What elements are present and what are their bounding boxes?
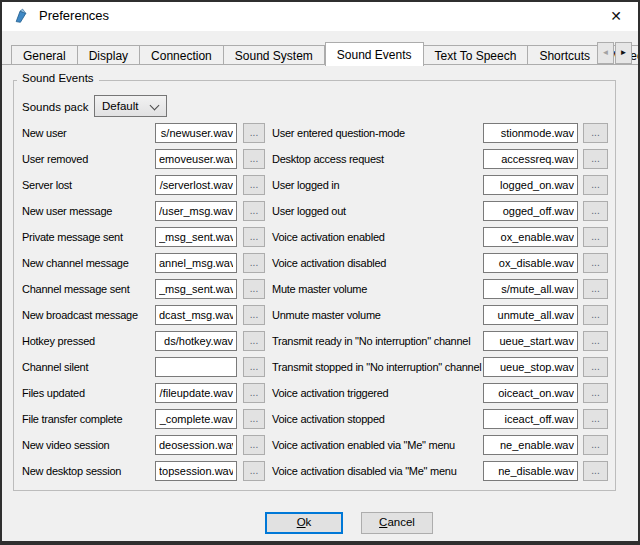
browse-button[interactable]: ... <box>243 253 265 273</box>
sound-file-input[interactable] <box>155 461 237 481</box>
sound-file-input[interactable] <box>483 357 578 377</box>
close-button[interactable]: ✕ <box>594 2 638 30</box>
sound-file-input[interactable] <box>155 227 237 247</box>
sound-file-input[interactable] <box>483 435 578 455</box>
sound-file-input[interactable] <box>483 383 578 403</box>
browse-button[interactable]: ... <box>583 253 608 273</box>
sound-event-row: Files updated...Voice activation trigger… <box>0 383 640 403</box>
browse-button[interactable]: ... <box>583 409 608 429</box>
tab-connection[interactable]: Connection <box>140 45 224 65</box>
event-label: Voice activation disabled via "Me" menu <box>272 461 457 481</box>
sound-file-input[interactable] <box>155 435 237 455</box>
sound-file-input[interactable] <box>483 253 578 273</box>
browse-button[interactable]: ... <box>583 331 608 351</box>
sound-event-row: Server lost...User logged in... <box>0 175 640 195</box>
sound-event-row: New desktop session...Voice activation d… <box>0 461 640 481</box>
event-label: User removed <box>22 149 88 169</box>
sound-event-row: Private message sent...Voice activation … <box>0 227 640 247</box>
browse-button[interactable]: ... <box>243 227 265 247</box>
browse-button[interactable]: ... <box>243 175 265 195</box>
sound-file-input[interactable] <box>483 123 578 143</box>
browse-button[interactable]: ... <box>583 149 608 169</box>
browse-button[interactable]: ... <box>243 305 265 325</box>
sound-file-input[interactable] <box>155 409 237 429</box>
browse-button[interactable]: ... <box>583 383 608 403</box>
sound-file-input[interactable] <box>483 149 578 169</box>
sound-event-row: Channel silent...Transmit stopped in "No… <box>0 357 640 377</box>
browse-button[interactable]: ... <box>583 175 608 195</box>
sound-file-input[interactable] <box>483 461 578 481</box>
event-label: Unmute master volume <box>272 305 381 325</box>
event-label: Mute master volume <box>272 279 367 299</box>
tab-scroll-left-button[interactable]: ◄ <box>597 42 614 64</box>
browse-button[interactable]: ... <box>243 357 265 377</box>
event-label: Voice activation disabled <box>272 253 386 273</box>
event-label: New broadcast message <box>22 305 138 325</box>
sound-file-input[interactable] <box>155 149 237 169</box>
event-label: Channel silent <box>22 357 88 377</box>
browse-button[interactable]: ... <box>583 461 608 481</box>
event-label: Voice activation enabled via "Me" menu <box>272 435 455 455</box>
ok-label-tail: k <box>306 516 312 528</box>
sound-file-input[interactable] <box>155 123 237 143</box>
event-label: Server lost <box>22 175 72 195</box>
ok-button[interactable]: Ok <box>265 512 343 534</box>
browse-button[interactable]: ... <box>243 331 265 351</box>
event-label: New user <box>22 123 66 143</box>
tab-text-to-speech[interactable]: Text To Speech <box>424 45 529 65</box>
sound-file-input[interactable] <box>483 305 578 325</box>
tab-scroll-right-button[interactable]: ► <box>615 42 632 64</box>
browse-button[interactable]: ... <box>583 305 608 325</box>
sound-file-input[interactable] <box>483 201 578 221</box>
close-icon: ✕ <box>610 8 622 24</box>
browse-button[interactable]: ... <box>243 461 265 481</box>
event-label: Voice activation stopped <box>272 409 385 429</box>
browse-button[interactable]: ... <box>583 357 608 377</box>
sound-file-input[interactable] <box>483 227 578 247</box>
tab-sound-system[interactable]: Sound System <box>224 45 325 65</box>
browse-button[interactable]: ... <box>243 149 265 169</box>
tab-sound-events[interactable]: Sound Events <box>325 42 424 66</box>
sounds-pack-dropdown[interactable]: Default <box>94 95 167 117</box>
browse-button[interactable]: ... <box>583 435 608 455</box>
event-label: User logged in <box>272 175 339 195</box>
sound-file-input[interactable] <box>483 279 578 299</box>
browse-button[interactable]: ... <box>243 435 265 455</box>
sound-file-input[interactable] <box>155 253 237 273</box>
cancel-button[interactable]: Cancel <box>361 512 433 534</box>
tab-shortcuts[interactable]: Shortcuts <box>528 45 602 65</box>
sound-file-input[interactable] <box>155 305 237 325</box>
sound-file-input[interactable] <box>155 279 237 299</box>
browse-button[interactable]: ... <box>583 279 608 299</box>
cancel-label-tail: ancel <box>387 516 415 528</box>
sound-event-row: New broadcast message...Unmute master vo… <box>0 305 640 325</box>
browse-button[interactable]: ... <box>243 123 265 143</box>
sound-file-input[interactable] <box>483 331 578 351</box>
browse-button[interactable]: ... <box>583 201 608 221</box>
sound-file-input[interactable] <box>155 201 237 221</box>
sound-file-input[interactable] <box>155 383 237 403</box>
browse-button[interactable]: ... <box>243 201 265 221</box>
scroll-left-icon: ◄ <box>602 49 610 57</box>
sound-file-input[interactable] <box>155 331 237 351</box>
sounds-pack-label: Sounds pack <box>22 96 89 118</box>
sounds-pack-value: Default <box>102 100 138 112</box>
tab-display[interactable]: Display <box>78 45 140 65</box>
sound-event-row: New video session...Voice activation ena… <box>0 435 640 455</box>
sound-event-row: New channel message...Voice activation d… <box>0 253 640 273</box>
event-label: Private message sent <box>22 227 123 247</box>
sound-file-input[interactable] <box>483 175 578 195</box>
browse-button[interactable]: ... <box>583 227 608 247</box>
sound-file-input[interactable] <box>483 409 578 429</box>
sound-event-row: Hotkey pressed...Transmit ready in "No i… <box>0 331 640 351</box>
browse-button[interactable]: ... <box>243 383 265 403</box>
browse-button[interactable]: ... <box>243 409 265 429</box>
tab-general[interactable]: General <box>11 45 78 65</box>
sound-file-input[interactable] <box>155 175 237 195</box>
browse-button[interactable]: ... <box>243 279 265 299</box>
event-label: Channel message sent <box>22 279 130 299</box>
browse-button[interactable]: ... <box>583 123 608 143</box>
scroll-right-icon: ► <box>620 49 628 57</box>
window-border-left <box>0 0 2 545</box>
sound-file-input[interactable] <box>155 357 237 377</box>
